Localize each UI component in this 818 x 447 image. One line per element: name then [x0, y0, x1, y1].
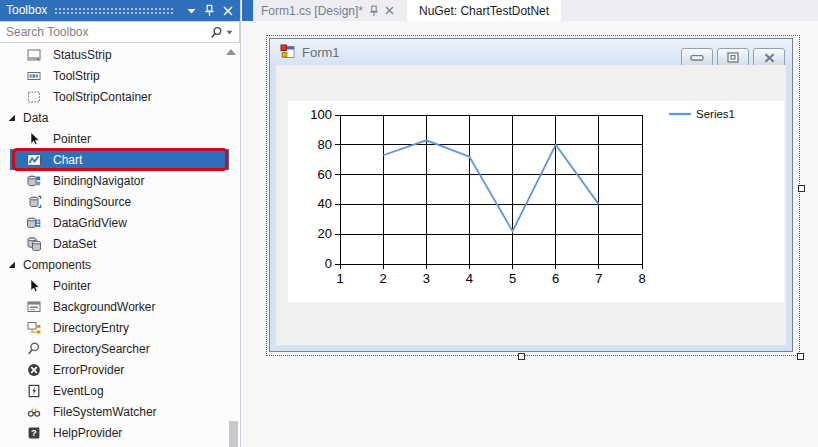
pointer-icon [26, 131, 42, 147]
toolbox-item-label: BindingSource [53, 195, 131, 209]
search-options-chevron-icon[interactable] [226, 30, 233, 35]
toolbox-item-label: Components [23, 258, 91, 272]
tab-label: NuGet: ChartTestDotNet [419, 4, 549, 18]
search-input[interactable] [0, 25, 210, 39]
errorprovider-icon [26, 362, 42, 378]
toolbox-item-directorysearcher[interactable]: DirectorySearcher [0, 338, 239, 359]
datagridview-icon [26, 215, 42, 231]
chart-svg: 12345678020406080100Series1 [288, 101, 784, 302]
bindingsource-icon [26, 194, 42, 210]
y-tick-label: 40 [318, 196, 332, 211]
toolbox-item-label: DirectoryEntry [53, 321, 129, 335]
x-tick-label: 3 [423, 271, 430, 286]
resize-handle-right[interactable] [798, 185, 805, 192]
toolbox-item-helpprovider[interactable]: HelpProvider [0, 422, 239, 443]
toolbox-item-backgroundworker[interactable]: BackgroundWorker [0, 296, 239, 317]
resize-handle-bottom-right[interactable] [797, 353, 804, 360]
toolbox-item-pointer[interactable]: Pointer [0, 128, 239, 149]
toolbox-panel: Toolbox [0, 0, 241, 447]
x-tick-label: 6 [552, 271, 559, 286]
toolbox-item-imagelist[interactable]: ImageList [0, 443, 239, 447]
toolbox-item-eventlog[interactable]: EventLog [0, 380, 239, 401]
red-annotation-box [12, 148, 228, 171]
toolbox-item-label: EventLog [53, 384, 104, 398]
series-line-series1 [383, 140, 599, 231]
x-tick-label: 5 [509, 271, 516, 286]
toolbox-item-bindingsource[interactable]: BindingSource [0, 191, 239, 212]
toolbox-header[interactable]: Toolbox [0, 0, 240, 21]
chart-icon [26, 152, 42, 168]
toolbox-item-label: Pointer [53, 279, 91, 293]
toolbox-item-label: DataSet [53, 237, 96, 251]
toolbox-item-chart[interactable]: Chart [0, 149, 239, 170]
close-icon [764, 53, 775, 63]
toolbox-item-dataset[interactable]: DataSet [0, 233, 239, 254]
section-expander-icon [7, 260, 17, 270]
toolbox-item-list: StatusStrip ToolStrip ToolStripContainer… [0, 44, 239, 447]
pin-icon[interactable] [202, 3, 217, 18]
y-tick-label: 20 [318, 226, 332, 241]
form-icon [280, 44, 296, 60]
toolstripcontainer-icon [26, 89, 42, 105]
pin-icon[interactable] [369, 5, 379, 17]
toolbox-item-label: ToolStrip [53, 69, 100, 83]
chart-legend: Series1 [669, 108, 735, 120]
toolbox-item-label: ToolStripContainer [53, 90, 152, 104]
chart-control[interactable]: 12345678020406080100Series1 [288, 101, 784, 302]
toolbox-drag-grip[interactable] [54, 7, 174, 15]
toolstrip-icon [26, 68, 42, 84]
directoryentry-icon [26, 320, 42, 336]
close-icon[interactable] [385, 6, 394, 15]
form-title: Form1 [302, 45, 340, 60]
toolbox-scrollbar-thumb[interactable] [229, 421, 238, 447]
form-client-area: 12345678020406080100Series1 [276, 65, 786, 345]
toolbox-item-directoryentry[interactable]: DirectoryEntry [0, 317, 239, 338]
toolbox-item-statusstrip[interactable]: StatusStrip [0, 44, 239, 65]
toolbox-item-pointer[interactable]: Pointer [0, 275, 239, 296]
search-icon[interactable] [210, 26, 223, 39]
toolbox-item-errorprovider[interactable]: ErrorProvider [0, 359, 239, 380]
x-tick-label: 1 [336, 271, 343, 286]
toolbox-item-label: DataGridView [53, 216, 127, 230]
plot-border [340, 115, 642, 264]
tab-form1-design[interactable]: Form1.cs [Design]* [253, 0, 407, 21]
y-tick-label: 100 [310, 107, 332, 122]
document-tab-bar: Form1.cs [Design]* NuGet: ChartTestDotNe… [242, 0, 818, 21]
window-position-chevron-icon[interactable] [184, 3, 199, 18]
toolbox-scroll-up-arrow[interactable] [226, 49, 236, 55]
close-icon[interactable] [220, 3, 235, 18]
y-tick-label: 60 [318, 167, 332, 182]
tab-label: Form1.cs [Design]* [261, 4, 363, 18]
y-tick-label: 0 [325, 256, 332, 271]
helpprovider-icon [26, 425, 42, 441]
x-tick-label: 8 [638, 271, 645, 286]
eventlog-icon [26, 383, 42, 399]
maximize-icon [727, 52, 739, 63]
toolbox-item-label: Pointer [53, 132, 91, 146]
toolbox-item-label: DirectorySearcher [53, 342, 150, 356]
statusstrip-icon [26, 47, 42, 63]
toolbox-item-filesystemwatcher[interactable]: FileSystemWatcher [0, 401, 239, 422]
toolbox-item-toolstrip[interactable]: ToolStrip [0, 65, 239, 86]
chart-ticks [335, 115, 642, 269]
form1-design-window[interactable]: Form1 1234567802040608 [269, 38, 793, 352]
toolbox-title: Toolbox [6, 0, 47, 21]
x-tick-label: 4 [466, 271, 473, 286]
toolbox-item-label: FileSystemWatcher [53, 405, 157, 419]
resize-handle-bottom[interactable] [518, 353, 525, 360]
toolbox-item-label: Chart [53, 153, 82, 167]
chart-axis-labels: 12345678020406080100 [310, 107, 645, 286]
toolbox-item-bindingnavigator[interactable]: BindingNavigator [0, 170, 239, 191]
toolbox-item-datagridview[interactable]: DataGridView [0, 212, 239, 233]
toolbox-item-label: ErrorProvider [53, 363, 124, 377]
toolbox-item-toolstripcontainer[interactable]: ToolStripContainer [0, 86, 239, 107]
backgroundworker-icon [26, 299, 42, 315]
form-titlebar[interactable]: Form1 [270, 39, 792, 65]
section-expander-icon [7, 113, 17, 123]
minimize-icon [690, 54, 704, 62]
tab-nuget-charttestdotnet[interactable]: NuGet: ChartTestDotNet [407, 0, 561, 21]
filesystemwatcher-icon [26, 404, 42, 420]
toolbox-search-box[interactable] [0, 21, 240, 43]
toolbox-section-data[interactable]: Data [0, 107, 239, 128]
toolbox-section-components[interactable]: Components [0, 254, 239, 275]
